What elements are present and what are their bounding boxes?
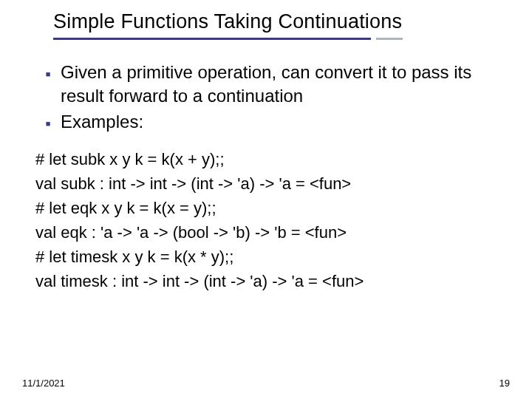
slide-body: ■ Given a primitive operation, can conve… <box>0 40 532 293</box>
bullet-text: Examples: <box>61 110 497 134</box>
bullet-list: ■ Given a primitive operation, can conve… <box>35 61 497 134</box>
code-line: val timesk : int -> int -> (int -> 'a) -… <box>35 269 497 293</box>
code-line: # let eqk x y k = k(x = y);; <box>35 196 497 220</box>
bullet-item: ■ Examples: <box>35 110 497 134</box>
slide: Simple Functions Taking Continuations ■ … <box>0 0 532 399</box>
bullet-text: Given a primitive operation, can convert… <box>61 61 497 109</box>
slide-title: Simple Functions Taking Continuations <box>53 10 532 33</box>
title-underline-primary <box>53 38 371 40</box>
code-line: # let subk x y k = k(x + y);; <box>35 147 497 171</box>
title-underline-secondary <box>376 38 403 40</box>
title-underline <box>53 38 467 40</box>
bullet-icon: ■ <box>35 61 61 109</box>
bullet-icon: ■ <box>35 110 61 134</box>
title-area: Simple Functions Taking Continuations <box>0 0 532 40</box>
page-number: 19 <box>499 378 510 389</box>
footer-date: 11/1/2021 <box>22 378 65 389</box>
code-block: # let subk x y k = k(x + y);; val subk :… <box>35 147 497 293</box>
code-line: # let timesk x y k = k(x * y);; <box>35 245 497 269</box>
bullet-item: ■ Given a primitive operation, can conve… <box>35 61 497 109</box>
code-line: val eqk : 'a -> 'a -> (bool -> 'b) -> 'b… <box>35 220 497 245</box>
code-line: val subk : int -> int -> (int -> 'a) -> … <box>35 171 497 196</box>
